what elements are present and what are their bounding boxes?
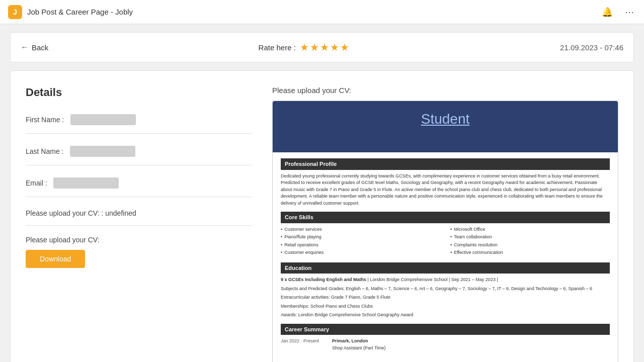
cv-document: Student Professional Profile Dedicated y… [272, 101, 618, 362]
cv-skills-columns: Customer services Piano/flute playing Re… [281, 226, 610, 257]
cv-career-detail: Primark, London Shop Assistant (Part Tim… [332, 338, 386, 351]
last-name-field: Last Name : [26, 146, 252, 165]
cv-skill-item: Complaints resolution [450, 242, 610, 249]
title-bar: J Job Post & Career Page - Jobly 🔔 ⋯ [0, 0, 644, 24]
cv-professional-profile-text: Dedicated young professional currently s… [281, 173, 610, 207]
cv-skill-item: Effective communication [450, 249, 610, 256]
cv-skill-item: Customer enquiries [281, 249, 440, 256]
first-name-input[interactable] [70, 114, 136, 125]
notification-button[interactable]: 🔔 [600, 5, 615, 20]
cv-status-text: Please upload your CV: : undefined [26, 209, 136, 217]
cv-upload-label: Please upload your CV: [26, 236, 252, 244]
cv-skill-item: Piano/flute playing [281, 234, 440, 241]
cv-core-skills-section: Core Skills Customer services Piano/flut… [281, 212, 610, 257]
email-label: Email : [26, 179, 47, 187]
cv-career-role: Shop Assistant (Part Time) [332, 345, 386, 352]
cv-skill-item: Customer services [281, 226, 440, 233]
cv-career-summary-title: Career Summary [281, 324, 610, 335]
back-arrow-icon: ← [21, 43, 29, 52]
cv-education-degree: 9 x GCSEs Including English and Maths | … [281, 277, 610, 284]
more-options-button[interactable]: ⋯ [623, 5, 636, 20]
back-button[interactable]: ← Back [21, 43, 48, 52]
cv-skills-right: Microsoft Office Team collaboration Comp… [450, 226, 610, 257]
top-nav: ← Back Rate here : ★★★★★ 21.09.2023 - 07… [10, 32, 634, 62]
email-input[interactable] [53, 177, 119, 189]
cv-degree-rest: | London Bridge Comprehensive School | S… [368, 277, 498, 282]
email-field: Email : [26, 177, 252, 197]
cv-skills-left: Customer services Piano/flute playing Re… [281, 226, 440, 257]
title-bar-left: J Job Post & Career Page - Jobly [8, 5, 133, 19]
rate-section: Rate here : ★★★★★ [259, 41, 350, 53]
details-title: Details [26, 86, 252, 99]
cv-education-awards: Awards: London Bridge Comprehensive Scho… [281, 312, 610, 319]
app-icon: J [8, 5, 22, 19]
rate-label: Rate here : [259, 43, 296, 52]
rating-stars[interactable]: ★★★★★ [300, 41, 350, 53]
cv-education-memberships: Memberships: School Piano and Chess Club… [281, 303, 610, 310]
content-card: Details First Name : Last Name : Email :… [10, 70, 634, 362]
main-area: ← Back Rate here : ★★★★★ 21.09.2023 - 07… [0, 24, 644, 362]
title-bar-right: 🔔 ⋯ [600, 5, 636, 20]
cv-education-extra1: Extracurricular activities: Grade 7 Pian… [281, 294, 610, 301]
cv-header: Student [273, 101, 618, 152]
cv-education-title: Education [281, 262, 610, 274]
back-label: Back [32, 43, 48, 52]
cv-education-grades: Subjects and Predicted Grades: English –… [281, 286, 610, 293]
cv-career-summary-section: Career Summary Jan 2022 - Present Primar… [281, 324, 610, 352]
cv-professional-profile-section: Professional Profile Dedicated young pro… [281, 158, 610, 207]
download-button[interactable]: Download [26, 250, 85, 268]
app-title: Job Post & Career Page - Jobly [27, 8, 133, 16]
cv-career-date: Jan 2022 - Present [281, 338, 326, 351]
right-panel: Please upload your CV: Student Professio… [272, 86, 618, 362]
cv-upload-title: Please upload your CV: [272, 86, 618, 95]
last-name-label: Last Name : [26, 147, 63, 155]
cv-student-name: Student [421, 111, 470, 127]
datetime: 21.09.2023 - 07:46 [560, 43, 623, 52]
cv-core-skills-title: Core Skills [281, 212, 610, 223]
first-name-label: First Name : [26, 116, 64, 124]
cv-skill-item: Microsoft Office [450, 226, 610, 233]
cv-career-company: Primark, London [332, 338, 386, 345]
cv-skill-item: Team collaboration [450, 234, 610, 241]
cv-education-section: Education 9 x GCSEs Including English an… [281, 262, 610, 319]
cv-status: Please upload your CV: : undefined [26, 209, 252, 226]
cv-degree-bold: 9 x GCSEs Including English and Maths [281, 277, 366, 282]
cv-skill-item: Retail operations [281, 242, 440, 249]
cv-body: Professional Profile Dedicated young pro… [273, 152, 618, 362]
cv-upload-section: Please upload your CV: Download [26, 236, 252, 268]
first-name-field: First Name : [26, 114, 252, 134]
cv-professional-profile-title: Professional Profile [281, 158, 610, 170]
last-name-input[interactable] [70, 146, 135, 157]
cv-career-item: Jan 2022 - Present Primark, London Shop … [281, 338, 610, 351]
left-panel: Details First Name : Last Name : Email :… [26, 86, 252, 362]
